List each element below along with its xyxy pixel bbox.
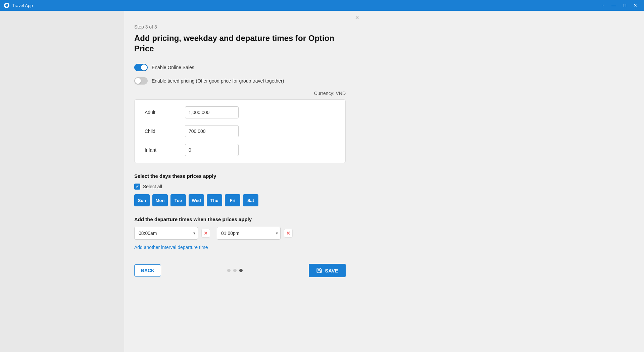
title-bar-left: Travel App [4,3,33,8]
maximize-button[interactable]: □ [620,1,629,10]
time-select-wrapper-2: 01:00pm 02:00pm 03:00pm ▾ [217,227,281,240]
back-button[interactable]: BACK [134,264,161,276]
online-sales-toggle[interactable] [134,64,148,71]
child-input[interactable] [185,125,239,137]
dialog-container: × Step 3 of 3 Add pricing, weekday and d… [124,11,366,297]
time-remove-button-1[interactable]: ✕ [201,229,210,238]
progress-dot-1 [227,269,231,272]
online-sales-label: Enable Online Sales [152,65,194,70]
time-row-1: 08:00am 09:00am 10:00am ▾ ✕ 01:00pm 02:0… [134,227,346,240]
time-select-wrapper-1: 08:00am 09:00am 10:00am ▾ [134,227,198,240]
menu-button[interactable]: ⋮ [598,1,608,10]
child-row: Child [145,125,335,137]
day-button-thu[interactable]: Thu [207,194,222,206]
svg-point-0 [5,4,8,7]
day-button-sat[interactable]: Sat [243,194,258,206]
sidebar [0,11,124,352]
save-icon [316,267,322,273]
adult-label: Adult [145,110,185,115]
time-select-1[interactable]: 08:00am 09:00am 10:00am [134,227,198,240]
save-button[interactable]: SAVE [309,264,346,277]
online-sales-toggle-row: Enable Online Sales [134,64,346,71]
main-content: × Step 3 of 3 Add pricing, weekday and d… [124,11,644,352]
departure-section: 08:00am 09:00am 10:00am ▾ ✕ 01:00pm 02:0… [134,227,346,250]
app-icon [4,3,9,8]
days-section-title: Select the days these prices apply [134,173,346,179]
app-name: Travel App [12,3,33,8]
day-button-wed[interactable]: Wed [189,194,204,206]
step-indicator: Step 3 of 3 [134,24,346,30]
window-controls: ⋮ — □ ✕ [598,1,640,10]
day-button-tue[interactable]: Tue [170,194,186,206]
currency-label: Currency: VND [134,91,346,96]
day-button-mon[interactable]: Mon [152,194,168,206]
tiered-pricing-label: Enable tiered pricing (Offer good price … [152,78,284,84]
dialog-close-button[interactable]: × [355,14,359,21]
pricing-card: Adult Child Infant [134,99,346,163]
tiered-pricing-toggle[interactable] [134,77,148,85]
adult-row: Adult [145,106,335,118]
progress-dots [227,269,243,272]
minimize-button[interactable]: — [609,1,618,10]
time-select-2[interactable]: 01:00pm 02:00pm 03:00pm [217,227,281,240]
online-sales-toggle-track[interactable] [134,64,148,71]
day-button-fri[interactable]: Fri [225,194,240,206]
add-interval-button[interactable]: Add another interval departure time [134,245,208,250]
bottom-actions: BACK SAVE [134,264,346,277]
close-window-button[interactable]: ✕ [631,1,640,10]
page-title: Add pricing, weekday and depature times … [134,33,346,54]
select-all-row: Select all [134,184,346,190]
day-buttons: Sun Mon Tue Wed Thu Fri Sat [134,194,346,206]
progress-dot-2 [233,269,237,272]
select-all-label: Select all [143,184,162,189]
day-button-sun[interactable]: Sun [134,194,150,206]
child-label: Child [145,129,185,134]
progress-dot-3 [239,269,243,272]
tiered-pricing-toggle-row: Enable tiered pricing (Offer good price … [134,77,346,85]
save-label: SAVE [325,268,338,273]
select-all-checkbox[interactable] [134,184,140,190]
infant-label: Infant [145,147,185,153]
title-bar: Travel App ⋮ — □ ✕ [0,0,644,11]
adult-input[interactable] [185,106,239,118]
tiered-pricing-toggle-track[interactable] [134,77,148,85]
infant-row: Infant [145,144,335,156]
departure-section-title: Add the departure times when these price… [134,216,346,222]
infant-input[interactable] [185,144,239,156]
time-remove-button-2[interactable]: ✕ [284,229,293,238]
